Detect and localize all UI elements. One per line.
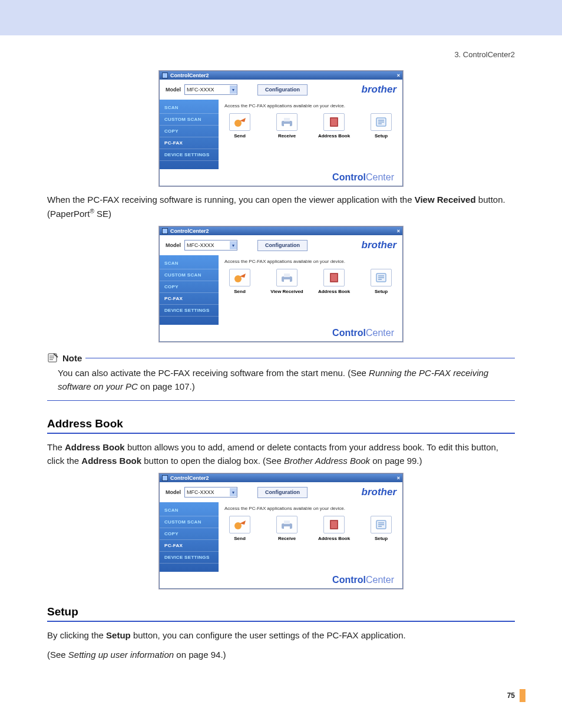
setup-icon xyxy=(375,272,388,284)
model-value: MFC-XXXX xyxy=(187,489,214,495)
cc-sidebar: SCAN CUSTOM SCAN COPY PC-FAX DEVICE SETT… xyxy=(160,502,219,572)
svg-rect-17 xyxy=(284,521,290,524)
close-icon[interactable]: × xyxy=(397,228,400,234)
brother-logo: brother xyxy=(362,486,397,498)
address-book-button[interactable]: Address Book xyxy=(319,269,349,294)
book-icon xyxy=(328,116,340,128)
receive-label: Receive xyxy=(278,536,296,541)
configuration-button[interactable]: Configuration xyxy=(257,487,308,498)
model-value: MFC-XXXX xyxy=(187,87,214,93)
svg-rect-3 xyxy=(284,124,290,127)
paragraph-view-received: When the PC-FAX receiving software is ru… xyxy=(47,193,515,220)
configuration-button[interactable]: Configuration xyxy=(257,240,308,251)
svg-rect-10 xyxy=(284,279,290,282)
sidebar-item-device-settings[interactable]: DEVICE SETTINGS xyxy=(160,552,219,564)
cc-app-icon xyxy=(162,475,168,481)
receive-button[interactable]: Receive xyxy=(272,113,302,139)
paragraph-setup-1: By clicking the Setup button, you can co… xyxy=(47,629,515,643)
footer-light: Center xyxy=(366,172,394,183)
send-label: Send xyxy=(234,133,246,139)
sidebar-item-pcfax[interactable]: PC-FAX xyxy=(160,137,219,149)
configuration-button[interactable]: Configuration xyxy=(257,84,308,95)
sidebar-item-device-settings[interactable]: DEVICE SETTINGS xyxy=(160,149,219,161)
cc-description: Access the PC-FAX applications available… xyxy=(224,506,396,511)
sidebar-item-device-settings[interactable]: DEVICE SETTINGS xyxy=(160,305,219,317)
send-icon xyxy=(233,519,247,531)
setup-icon xyxy=(375,116,388,128)
sidebar-item-scan[interactable]: SCAN xyxy=(160,505,219,516)
note-icon xyxy=(47,353,59,363)
sidebar-item-custom-scan[interactable]: CUSTOM SCAN xyxy=(160,114,219,126)
book-icon xyxy=(328,272,340,284)
top-band xyxy=(0,0,562,35)
svg-rect-5 xyxy=(331,118,337,126)
address-book-button[interactable]: Address Book xyxy=(319,516,349,541)
footer-bold: Control xyxy=(332,328,366,338)
svg-rect-9 xyxy=(284,274,290,277)
sidebar-item-custom-scan[interactable]: CUSTOM SCAN xyxy=(160,516,219,528)
svg-rect-12 xyxy=(331,274,337,281)
cc-description: Access the PC-FAX applications available… xyxy=(224,259,396,264)
cc-footer: Control Center xyxy=(160,169,402,186)
setup-button[interactable]: Setup xyxy=(366,516,396,541)
view-received-button[interactable]: View Received xyxy=(272,269,302,294)
paragraph-setup-2: (See Setting up user information on page… xyxy=(47,648,515,662)
send-icon xyxy=(233,272,247,284)
controlcenter-screenshot-3: ControlCenter2 × Model MFC-XXXX ▾ Config… xyxy=(159,473,403,589)
model-select[interactable]: MFC-XXXX ▾ xyxy=(184,240,237,251)
model-select[interactable]: MFC-XXXX ▾ xyxy=(184,487,237,498)
cc-title: ControlCenter2 xyxy=(170,228,209,234)
cc-app-icon xyxy=(162,73,168,78)
send-label: Send xyxy=(234,289,246,294)
book-icon xyxy=(328,519,340,531)
send-button[interactable]: Send xyxy=(224,516,255,541)
sidebar-item-copy[interactable]: COPY xyxy=(160,126,219,137)
cc-app-icon xyxy=(162,228,168,234)
cc-title: ControlCenter2 xyxy=(170,73,209,78)
setup-button[interactable]: Setup xyxy=(366,269,396,294)
svg-rect-2 xyxy=(284,118,290,121)
model-select[interactable]: MFC-XXXX ▾ xyxy=(184,84,237,95)
model-label: Model xyxy=(166,242,181,248)
footer-bold: Control xyxy=(332,575,366,585)
controlcenter-screenshot-2: ControlCenter2 × Model MFC-XXXX ▾ Config… xyxy=(159,226,403,342)
sidebar-item-copy[interactable]: COPY xyxy=(160,281,219,293)
section-address-book: Address Book xyxy=(47,417,515,430)
address-book-label: Address Book xyxy=(318,289,350,294)
section-tab xyxy=(520,689,525,702)
note-title: Note xyxy=(62,353,82,363)
chevron-down-icon: ▾ xyxy=(230,488,237,496)
page-number: 75 xyxy=(507,691,515,700)
close-icon[interactable]: × xyxy=(397,475,400,481)
note-rule xyxy=(85,358,515,358)
sidebar-item-scan[interactable]: SCAN xyxy=(160,258,219,269)
sidebar-item-copy[interactable]: COPY xyxy=(160,528,219,540)
brother-logo: brother xyxy=(362,239,397,251)
svg-rect-18 xyxy=(284,526,290,529)
setup-button[interactable]: Setup xyxy=(366,113,396,139)
breadcrumb: 3. ControlCenter2 xyxy=(47,50,515,59)
address-book-label: Address Book xyxy=(318,536,350,541)
cc-title: ControlCenter2 xyxy=(170,475,209,481)
send-button[interactable]: Send xyxy=(224,113,255,139)
close-icon[interactable]: × xyxy=(397,73,400,78)
send-button[interactable]: Send xyxy=(224,269,255,294)
footer-light: Center xyxy=(366,328,394,338)
receive-label: Receive xyxy=(278,133,296,139)
receive-button[interactable]: Receive xyxy=(272,516,302,541)
cc-footer: Control Center xyxy=(160,325,402,341)
sidebar-item-custom-scan[interactable]: CUSTOM SCAN xyxy=(160,269,219,281)
section-setup: Setup xyxy=(47,605,515,618)
chevron-down-icon: ▾ xyxy=(230,85,237,94)
address-book-button[interactable]: Address Book xyxy=(319,113,349,139)
paragraph-address-book: The Address Book button allows you to ad… xyxy=(47,441,515,467)
view-received-label: View Received xyxy=(270,289,303,294)
cc-titlebar: ControlCenter2 × xyxy=(160,227,402,235)
controlcenter-screenshot-1: ControlCenter2 × Model MFC-XXXX ▾ Config… xyxy=(159,71,403,186)
sidebar-item-scan[interactable]: SCAN xyxy=(160,102,219,114)
cc-footer: Control Center xyxy=(160,572,402,588)
sidebar-item-pcfax[interactable]: PC-FAX xyxy=(160,540,219,552)
address-book-label: Address Book xyxy=(318,133,350,139)
sidebar-item-pcfax[interactable]: PC-FAX xyxy=(160,293,219,305)
setup-label: Setup xyxy=(375,536,388,541)
